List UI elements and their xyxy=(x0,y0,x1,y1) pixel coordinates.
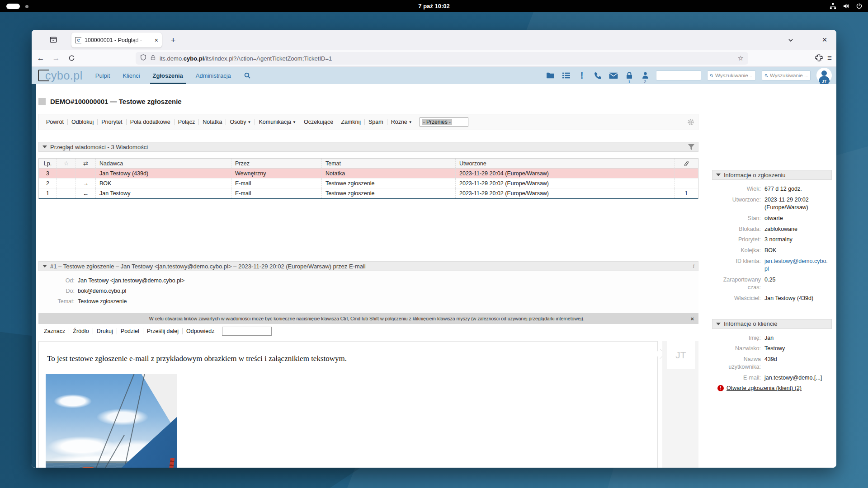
customer-info-title: Informacje o kliencie xyxy=(724,320,778,327)
reload-button[interactable] xyxy=(65,52,78,65)
col-lp[interactable]: Lp. xyxy=(39,159,57,169)
customer-id-link[interactable]: jan.testowy@demo.cybo.pl xyxy=(764,258,829,273)
action-przeslij-dalej[interactable]: Prześlij dalej xyxy=(143,328,182,334)
outgoing-arrow-icon: → xyxy=(76,178,96,188)
sailboat-image[interactable] xyxy=(46,374,177,468)
lock-icon[interactable] xyxy=(150,54,156,63)
table-row[interactable]: 3 Jan Testowy (439d) Wewnętrzny Notatka … xyxy=(39,169,698,178)
browser-tab[interactable]: c 100000001 - Podgląd - Z × xyxy=(71,33,162,47)
collapse-caret-icon xyxy=(42,145,47,148)
star-icon[interactable]: ☆ xyxy=(57,159,76,169)
table-row[interactable]: 1 ← Jan Testowy E-mail Testowe zgłoszeni… xyxy=(39,188,698,198)
col-nadawca[interactable]: Nadawca xyxy=(96,159,231,169)
collapse-caret-icon xyxy=(42,265,47,267)
gear-icon[interactable] xyxy=(687,118,694,127)
col-przez[interactable]: Przez xyxy=(231,159,322,169)
fulltext-search-input[interactable] xyxy=(715,73,753,78)
menu-notatka[interactable]: Notatka xyxy=(198,119,226,125)
action-zrodlo[interactable]: Źródło xyxy=(69,328,92,334)
article-avatar: JT xyxy=(667,341,695,369)
menu-odblokuj[interactable]: Odblokuj xyxy=(67,119,97,125)
responsible-person-icon[interactable]: 2 xyxy=(640,69,650,82)
nav-pulpit[interactable]: Pulpit xyxy=(95,67,110,84)
firefox-view-icon[interactable] xyxy=(48,34,59,45)
info-row: E-mail:jan.testowy@demo.[...] xyxy=(712,374,829,382)
shield-icon[interactable] xyxy=(140,54,146,63)
menu-powrot[interactable]: Powrót xyxy=(42,119,67,125)
open-tickets-alert[interactable]: ! Otwarte zgłoszenia (klient) (2) xyxy=(717,385,829,391)
paperclip-icon[interactable] xyxy=(675,159,698,169)
action-drukuj[interactable]: Drukuj xyxy=(93,328,117,334)
menu-priorytet[interactable]: Priorytet xyxy=(97,119,126,125)
messages-widget-header[interactable]: Przegląd wiadomości - 3 Wiadomości xyxy=(38,142,698,152)
ticket-info-widget: Informacje o zgłoszeniu Wiek:677 d 12 go… xyxy=(712,170,832,312)
ticket-info-header[interactable]: Informacje o zgłoszeniu xyxy=(712,170,832,180)
action-podziel[interactable]: Podziel xyxy=(117,328,143,334)
menu-komunikacja[interactable]: Komunikacja▼ xyxy=(255,119,300,125)
nav-search-icon[interactable] xyxy=(244,67,251,84)
network-icon[interactable] xyxy=(830,3,836,9)
user-avatar[interactable]: JT xyxy=(816,68,832,83)
menu-rozne[interactable]: Różne▼ xyxy=(387,119,416,125)
tab-close-icon[interactable]: × xyxy=(155,37,158,43)
nav-zgloszenia[interactable]: Zgłoszenia xyxy=(153,67,183,84)
tab-title: 100000001 - Podgląd - Z xyxy=(85,37,143,43)
filter-icon[interactable] xyxy=(688,144,694,150)
app-header: cybo.pl Pulpit Klienci Zgłoszenia Admini… xyxy=(32,67,836,84)
page-content: DEMO#100000001 — Testowe zgłoszenie Powr… xyxy=(32,84,836,468)
window-close-button[interactable]: × xyxy=(818,33,831,46)
info-row: Nazwa użytkownika:439d xyxy=(712,356,829,371)
ticket-menu: Powrót Odblokuj Priorytet Pola dodatkowe… xyxy=(38,114,698,130)
collapse-caret-icon xyxy=(716,323,721,325)
ticket-title-row: DEMO#100000001 — Testowe zgłoszenie xyxy=(38,98,182,105)
reply-select[interactable] xyxy=(222,327,272,336)
url-bar[interactable]: its.demo.cybo.pl/its/index.pl?Action=Age… xyxy=(136,52,748,65)
customer-search-input[interactable] xyxy=(770,73,808,78)
new-tab-button[interactable]: + xyxy=(167,34,179,46)
header-quick-input[interactable] xyxy=(656,70,701,80)
menu-pola-dodatkowe[interactable]: Pola dodatkowe xyxy=(126,119,174,125)
col-utworzone[interactable]: Utworzone xyxy=(456,159,675,169)
menu-zamknij[interactable]: Zamknij xyxy=(337,119,364,125)
app-logo[interactable]: cybo.pl xyxy=(38,69,83,82)
queue-list-icon[interactable] xyxy=(561,69,571,82)
info-icon[interactable]: i xyxy=(693,263,694,270)
customer-info-header[interactable]: Informacje o kliencie xyxy=(712,319,832,329)
nav-administracja[interactable]: Administracja xyxy=(196,67,231,84)
article-header[interactable]: #1 – Testowe zgłoszenie – Jan Testowy <j… xyxy=(38,261,698,271)
close-icon[interactable]: × xyxy=(690,315,694,322)
open-tickets-link[interactable]: Otwarte zgłoszenia (klient) (2) xyxy=(726,385,802,391)
menu-oczekujace[interactable]: Oczekujące xyxy=(300,119,337,125)
menu-osoby[interactable]: Osoby▼ xyxy=(226,119,255,125)
action-zaznacz[interactable]: Zaznacz xyxy=(40,328,69,334)
menu-spam[interactable]: Spam xyxy=(364,119,387,125)
escalation-icon[interactable]: ! xyxy=(577,69,587,82)
nav-klienci[interactable]: Klienci xyxy=(123,67,140,84)
customer-search[interactable] xyxy=(762,70,811,80)
action-odpowiedz[interactable]: Odpowiedz xyxy=(182,328,218,334)
fulltext-search[interactable] xyxy=(707,70,756,80)
extensions-puzzle-icon[interactable] xyxy=(815,54,823,63)
folder-icon[interactable] xyxy=(545,69,555,82)
col-temat[interactable]: Temat xyxy=(322,159,456,169)
move-queue-select[interactable]: - Przenieś - xyxy=(420,117,468,127)
locked-tickets-badge: 1 xyxy=(628,79,630,84)
bookmark-star-icon[interactable]: ☆ xyxy=(738,54,744,62)
phone-icon[interactable] xyxy=(593,69,603,82)
table-row[interactable]: 2 → BOK E-mail Testowe zgłoszenie 2023-1… xyxy=(39,178,698,188)
search-icon xyxy=(710,73,713,78)
email-icon[interactable] xyxy=(609,69,618,82)
menu-hamburger-icon[interactable]: ≡ xyxy=(827,54,832,63)
tab-list-chevron-icon[interactable] xyxy=(785,34,797,46)
back-button[interactable]: ← xyxy=(34,52,47,65)
forward-button[interactable]: → xyxy=(50,52,62,65)
volume-icon[interactable] xyxy=(843,3,849,9)
power-icon[interactable] xyxy=(856,3,863,9)
locked-tickets-icon[interactable]: 1 xyxy=(624,69,634,82)
chevron-down-icon: ▼ xyxy=(292,120,296,124)
menu-polacz[interactable]: Połącz xyxy=(174,119,199,125)
direction-swap-icon[interactable]: ⇄ xyxy=(76,159,96,169)
info-row: Priorytet:3 normalny xyxy=(712,236,829,244)
url-text[interactable]: its.demo.cybo.pl/its/index.pl?Action=Age… xyxy=(160,55,734,62)
system-clock[interactable]: 7 paź 10:02 xyxy=(0,0,868,12)
